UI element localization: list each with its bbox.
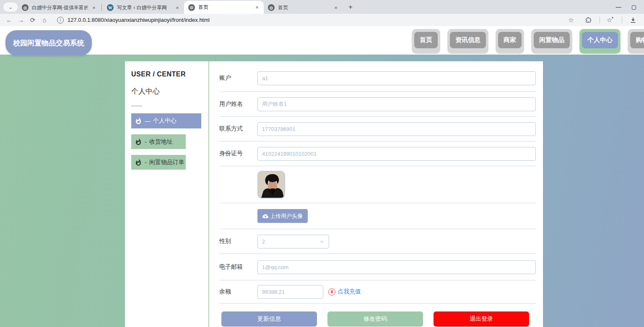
- user-avatar: [257, 171, 285, 199]
- nav-label: 首页: [414, 32, 438, 48]
- form-row-balance: 余额 ¥ 点我充值: [219, 280, 536, 303]
- globe-favicon-icon: ◍: [188, 4, 195, 11]
- gender-value: 2: [262, 238, 265, 245]
- form-row-username: 用户姓名: [219, 92, 536, 117]
- tab-close-icon[interactable]: ×: [174, 4, 181, 11]
- phone-input[interactable]: [257, 122, 536, 136]
- tab-close-icon[interactable]: ×: [332, 4, 339, 11]
- maximize-button[interactable]: ▢: [631, 4, 636, 10]
- sidebar: USER / CENTER 个人中心 — 个人中心 - 收货地址: [125, 61, 209, 327]
- window-controls: — ▢: [616, 0, 644, 14]
- tab-search-button[interactable]: ⌄: [3, 3, 18, 12]
- tab-close-icon[interactable]: ×: [91, 4, 97, 11]
- flame-icon: [135, 138, 142, 146]
- sidebar-item-user-center[interactable]: — 个人中心: [131, 113, 201, 128]
- tab-strip: ⌄ ◍ 白嫖中分享网-提供丰富的 Java × W 写文章 ‹ 白嫖中分享网 ×…: [0, 0, 644, 14]
- form-row-phone: 联系方式: [219, 117, 536, 141]
- balance-input[interactable]: [257, 285, 323, 299]
- nav-home[interactable]: 首页: [412, 29, 440, 54]
- update-info-button[interactable]: 更新信息: [221, 311, 317, 327]
- download-icon[interactable]: [628, 15, 638, 25]
- sidebar-item-orders[interactable]: - 闲置物品订单: [131, 155, 186, 170]
- nav-label: 资讯信息: [450, 32, 486, 48]
- tab-title: 白嫖中分享网-提供丰富的 Java: [32, 4, 88, 11]
- tab-title: 首页: [198, 4, 251, 11]
- reload-icon[interactable]: ⟳: [28, 15, 38, 25]
- field-label: 性别: [219, 238, 257, 245]
- nav-idle-goods[interactable]: 闲置物品: [531, 29, 572, 54]
- bookmark-star-icon[interactable]: ☆: [566, 15, 576, 25]
- sidebar-menu: — 个人中心 - 收货地址 - 闲置物品订单: [131, 113, 208, 170]
- nav-label: 商家: [498, 32, 522, 48]
- main-nav: 首页 资讯信息 商家 闲置物品 个人中心 购物车: [412, 29, 644, 54]
- address-bar[interactable]: i 127.0.0.1:8080/xiaoyuanxianzhiwupinjia…: [54, 15, 579, 25]
- nav-label: 闲置物品: [534, 32, 570, 48]
- globe-favicon-icon: ◍: [22, 4, 29, 11]
- browser-tab-1[interactable]: ◍ 白嫖中分享网-提供丰富的 Java ×: [18, 1, 101, 14]
- site-header: 校园闲置物品交易系统 首页 资讯信息 商家 闲置物品 个人中心 购物车: [0, 26, 644, 55]
- gender-select[interactable]: 2: [257, 235, 329, 249]
- web-page: 校园闲置物品交易系统 首页 资讯信息 商家 闲置物品 个人中心 购物车 USER…: [0, 26, 644, 327]
- change-password-button[interactable]: 修改密码: [327, 311, 423, 327]
- nav-news[interactable]: 资讯信息: [447, 29, 488, 54]
- profile-form: 账户 用户姓名 联系方式 身份证号: [209, 61, 543, 327]
- upload-avatar-button[interactable]: 上传用户头像: [257, 209, 308, 223]
- recharge-link[interactable]: 点我充值: [338, 288, 361, 296]
- tab-close-icon[interactable]: ×: [254, 4, 260, 11]
- sidebar-item-dash: -: [145, 159, 147, 166]
- flame-icon: [135, 117, 142, 125]
- browser-toolbar: ← → ⟳ ⌂ i 127.0.0.1:8080/xiaoyuanxianzhi…: [0, 14, 644, 26]
- nav-merchant[interactable]: 商家: [496, 29, 524, 54]
- nav-label: 购物车: [630, 32, 644, 48]
- sidebar-item-label: 收货地址: [149, 138, 173, 146]
- cloud-upload-icon: [262, 213, 268, 219]
- form-row-avatar: [219, 166, 536, 203]
- minimize-button[interactable]: —: [616, 4, 621, 10]
- chevron-down-icon: [319, 239, 325, 244]
- recharge-area: ¥ 点我充值: [328, 288, 361, 296]
- browser-tab-3-active[interactable]: ◍ 首页 ×: [184, 1, 264, 14]
- flame-icon: [135, 159, 142, 166]
- sparkle-star-icon[interactable]: ☆✦: [606, 15, 616, 25]
- username-input[interactable]: [257, 97, 536, 111]
- form-row-upload: 上传用户头像: [219, 203, 536, 229]
- tab-title: 首页: [278, 4, 330, 11]
- form-row-account: 账户: [219, 61, 536, 92]
- account-input[interactable]: [257, 71, 536, 85]
- nav-cart[interactable]: 购物车: [628, 29, 644, 54]
- form-actions: 更新信息 修改密码 退出登录: [219, 303, 536, 327]
- browser-tab-4[interactable]: ◍ 首页 ×: [264, 1, 343, 14]
- yen-circle-icon: ¥: [328, 288, 335, 296]
- home-icon[interactable]: ⌂: [39, 15, 49, 25]
- nav-user-center[interactable]: 个人中心: [579, 29, 621, 54]
- sidebar-item-address[interactable]: - 收货地址: [131, 134, 186, 149]
- toolbar-divider: [622, 17, 622, 24]
- sidebar-subheading: 个人中心: [131, 86, 208, 96]
- sidebar-divider: [131, 106, 142, 106]
- new-tab-button[interactable]: +: [345, 2, 356, 13]
- logout-button[interactable]: 退出登录: [434, 311, 529, 327]
- tab-separator: [101, 4, 102, 11]
- field-label: 余额: [219, 288, 257, 296]
- back-icon[interactable]: ←: [4, 15, 14, 25]
- extensions-puzzle-icon[interactable]: [584, 15, 594, 25]
- content-panel: USER / CENTER 个人中心 — 个人中心 - 收货地址: [125, 61, 543, 327]
- field-label: 账户: [219, 74, 257, 82]
- url-text[interactable]: 127.0.0.1:8080/xiaoyuanxianzhiwupinjiaoy…: [68, 17, 566, 23]
- toolbar-right-icons: ☆✦: [584, 15, 640, 25]
- field-label: 用户姓名: [219, 100, 257, 108]
- upload-button-label: 上传用户头像: [270, 212, 303, 220]
- idcard-input[interactable]: [257, 147, 536, 161]
- site-logo: 校园闲置物品交易系统: [5, 30, 92, 55]
- site-info-icon[interactable]: i: [57, 17, 64, 24]
- form-row-idcard: 身份证号: [219, 141, 536, 166]
- form-row-email: 电子邮箱: [219, 254, 536, 280]
- email-input[interactable]: [257, 260, 536, 274]
- browser-tab-2[interactable]: W 写文章 ‹ 白嫖中分享网 ×: [103, 1, 184, 14]
- sidebar-item-dash: —: [145, 118, 151, 124]
- field-label: 电子邮箱: [219, 263, 257, 271]
- form-row-gender: 性别 2: [219, 229, 536, 254]
- nav-label: 个人中心: [582, 32, 618, 48]
- forward-icon[interactable]: →: [16, 15, 26, 25]
- sidebar-heading: USER / CENTER: [131, 71, 208, 78]
